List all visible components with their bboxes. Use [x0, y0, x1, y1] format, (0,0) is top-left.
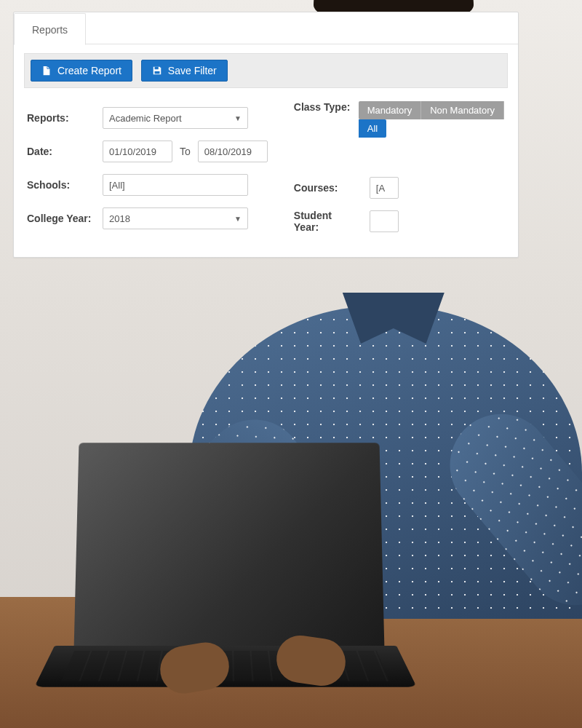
- class-type-option-all[interactable]: All: [359, 119, 386, 138]
- courses-label: Courses:: [294, 182, 364, 194]
- report-type-select[interactable]: Academic Report ▼: [103, 107, 248, 129]
- class-type-label: Class Type:: [294, 101, 353, 113]
- svg-rect-4: [154, 71, 159, 74]
- toolbar: Create Report Save Filter: [24, 53, 508, 88]
- chevron-down-icon: ▼: [234, 215, 242, 223]
- date-to-input[interactable]: [198, 141, 268, 162]
- svg-rect-1: [44, 72, 48, 73]
- select-value: Academic Report: [109, 113, 182, 124]
- tab-label: Reports: [32, 24, 68, 36]
- save-filter-button[interactable]: Save Filter: [141, 60, 228, 82]
- class-type-option-non-mandatory[interactable]: Non Mandatory: [421, 101, 504, 119]
- class-type-option-mandatory[interactable]: Mandatory: [359, 101, 421, 119]
- tab-bar: Reports: [14, 12, 518, 44]
- date-label: Date:: [27, 146, 97, 157]
- reports-label: Reports:: [27, 112, 97, 124]
- student-year-input[interactable]: [370, 210, 399, 232]
- svg-rect-2: [44, 74, 47, 74]
- schools-input[interactable]: [103, 174, 248, 196]
- courses-input[interactable]: [370, 177, 399, 199]
- filters-form: Reports: Academic Report ▼ Date: To Scho…: [14, 101, 518, 257]
- class-type-toggle: Mandatory Non Mandatory All: [359, 101, 505, 138]
- save-icon: [152, 66, 162, 76]
- button-label: Save Filter: [168, 65, 217, 76]
- select-value: 2018: [109, 213, 130, 224]
- student-year-label: StudentYear:: [294, 210, 364, 233]
- svg-rect-3: [154, 67, 158, 70]
- chevron-down-icon: ▼: [234, 114, 242, 122]
- college-year-label: College Year:: [27, 213, 97, 224]
- schools-label: Schools:: [27, 179, 97, 191]
- college-year-select[interactable]: 2018 ▼: [103, 207, 248, 229]
- date-to-label: To: [178, 146, 192, 157]
- tab-reports[interactable]: Reports: [14, 13, 86, 45]
- reports-panel: Reports Create Report Save Filter Report…: [13, 12, 519, 258]
- create-report-button[interactable]: Create Report: [31, 60, 132, 82]
- document-icon: [41, 66, 52, 76]
- laptop-illustration: [76, 440, 382, 724]
- date-from-input[interactable]: [103, 141, 172, 162]
- svg-rect-0: [44, 71, 48, 71]
- button-label: Create Report: [57, 65, 121, 76]
